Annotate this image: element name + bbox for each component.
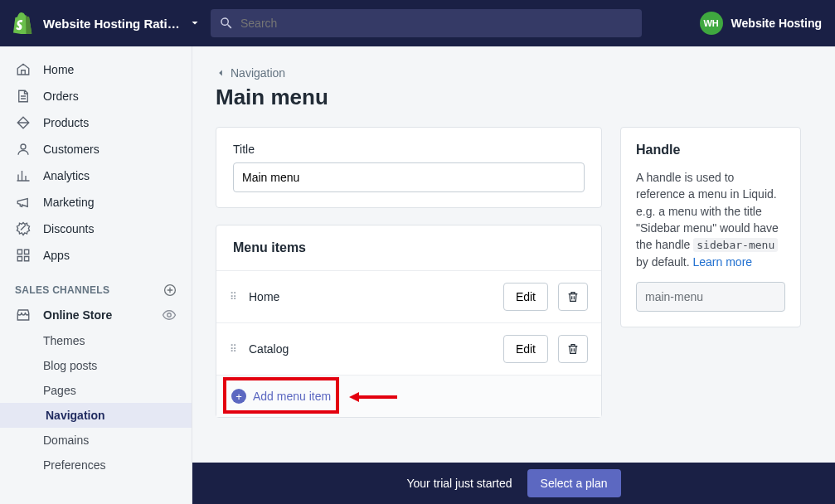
edit-button[interactable]: Edit [503, 283, 548, 311]
orders-icon [15, 89, 32, 104]
shopify-logo-icon [13, 12, 33, 34]
help-text-post: by default. [636, 255, 693, 269]
menu-item-name: Catalog [249, 342, 493, 356]
search-input[interactable] [240, 17, 634, 30]
nav-label: Products [43, 116, 89, 129]
menu-items-card: Menu items ⠿HomeEdit⠿CatalogEdit + Add m… [216, 225, 602, 418]
trash-icon [566, 290, 580, 303]
sidebar-item-discounts[interactable]: Discounts [0, 216, 192, 242]
delete-button[interactable] [558, 283, 588, 311]
sidebar-sub-pages[interactable]: Pages [0, 378, 192, 403]
sidebar: HomeOrdersProductsCustomersAnalyticsMark… [0, 46, 192, 504]
add-menu-item-label: Add menu item [253, 390, 331, 403]
search-wrap [211, 9, 690, 37]
customers-icon [15, 142, 32, 157]
sidebar-item-orders[interactable]: Orders [0, 83, 192, 109]
delete-button[interactable] [558, 335, 588, 363]
nav-label: Home [43, 63, 74, 76]
menu-item-row: ⠿CatalogEdit [216, 323, 601, 376]
chevron-left-icon [216, 68, 226, 78]
title-label: Title [233, 143, 585, 156]
sidebar-channel-online-store[interactable]: Online Store [0, 302, 192, 328]
account-name: Website Hosting [731, 17, 822, 30]
discounts-icon [15, 221, 32, 236]
page-title: Main menu [216, 85, 812, 110]
main-content: Navigation Main menu Title Menu items ⠿H… [192, 46, 835, 504]
store-icon [15, 308, 32, 322]
drag-handle-icon[interactable]: ⠿ [230, 291, 239, 303]
add-menu-item[interactable]: + Add menu item [216, 376, 601, 417]
products-icon [15, 115, 32, 130]
section-title: SALES CHANNELS [15, 284, 109, 296]
sidebar-item-apps[interactable]: Apps [0, 242, 192, 269]
channel-label: Online Store [43, 308, 112, 322]
sidebar-sub-domains[interactable]: Domains [0, 428, 192, 453]
drag-handle-icon[interactable]: ⠿ [230, 343, 239, 355]
menu-items-heading: Menu items [216, 225, 601, 271]
title-input[interactable] [233, 162, 585, 192]
top-bar: Website Hosting Ratin… WH Website Hostin… [0, 0, 835, 46]
apps-icon [15, 248, 32, 263]
menu-item-row: ⠿HomeEdit [216, 271, 601, 323]
analytics-icon [15, 168, 32, 183]
sidebar-item-marketing[interactable]: Marketing [0, 189, 192, 216]
avatar: WH [700, 12, 723, 35]
breadcrumb-label: Navigation [231, 66, 285, 80]
nav-label: Discounts [43, 222, 94, 235]
learn-more-link[interactable]: Learn more [693, 255, 753, 269]
svg-point-0 [21, 144, 26, 149]
help-code: sidebar-menu [693, 238, 778, 252]
store-switcher[interactable]: Website Hosting Ratin… [43, 17, 201, 31]
marketing-icon [15, 195, 32, 210]
plus-circle-icon: + [231, 389, 246, 404]
handle-heading: Handle [636, 143, 785, 158]
nav-label: Customers [43, 143, 100, 156]
search-box[interactable] [211, 9, 642, 37]
nav-label: Analytics [43, 169, 90, 182]
trial-banner: Your trial just started Select a plan [192, 463, 835, 504]
edit-button[interactable]: Edit [503, 335, 548, 363]
store-name: Website Hosting Ratin… [43, 17, 182, 31]
nav-label: Orders [43, 90, 79, 103]
menu-item-name: Home [249, 290, 493, 303]
nav-label: Marketing [43, 196, 94, 209]
view-store-icon[interactable] [162, 308, 177, 322]
breadcrumb-back[interactable]: Navigation [216, 66, 812, 80]
sidebar-item-products[interactable]: Products [0, 109, 192, 136]
trash-icon [566, 342, 580, 356]
handle-help-text: A handle is used to reference a menu in … [636, 169, 785, 270]
title-card: Title [216, 127, 602, 208]
sidebar-item-analytics[interactable]: Analytics [0, 162, 192, 189]
sidebar-sub-navigation[interactable]: Navigation [0, 403, 192, 428]
sidebar-item-home[interactable]: Home [0, 56, 192, 83]
trial-text: Your trial just started [406, 477, 512, 490]
select-plan-button[interactable]: Select a plan [527, 469, 621, 497]
sidebar-sub-themes[interactable]: Themes [0, 328, 192, 353]
chevron-down-icon [189, 17, 201, 29]
sidebar-item-customers[interactable]: Customers [0, 136, 192, 162]
svg-point-2 [167, 313, 172, 317]
nav-label: Apps [43, 249, 70, 262]
sidebar-sub-preferences[interactable]: Preferences [0, 453, 192, 477]
search-icon [219, 16, 234, 31]
handle-input[interactable] [636, 282, 785, 312]
home-icon [15, 62, 32, 77]
sales-channels-heading: SALES CHANNELS [0, 269, 192, 302]
account-menu[interactable]: WH Website Hosting [700, 12, 822, 35]
sidebar-sub-blog-posts[interactable]: Blog posts [0, 353, 192, 378]
handle-card: Handle A handle is used to reference a m… [620, 127, 801, 327]
add-channel-icon[interactable] [163, 284, 177, 297]
